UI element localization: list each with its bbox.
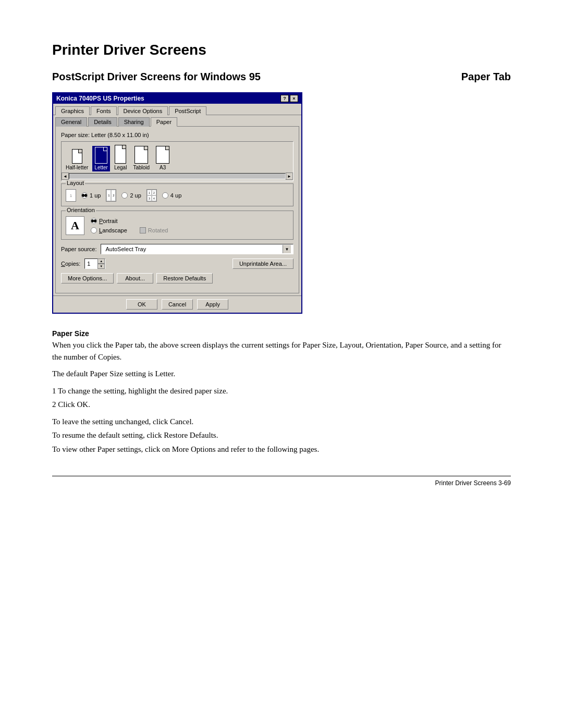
layout-1up-number: 1 <box>70 193 72 198</box>
copies-label: Copies: <box>61 261 80 267</box>
tab-graphics[interactable]: Graphics <box>55 106 90 115</box>
titlebar: Konica 7040PS US Properties ? × <box>53 93 301 104</box>
paper-item-tabloid[interactable]: Tabloid <box>131 145 152 171</box>
orientation-row: A Portrait <box>66 216 289 235</box>
paper-item-halfletter[interactable]: Half-letter <box>64 148 90 171</box>
layout-cell-4-3: 3 <box>147 195 152 201</box>
paper-a3-label: A3 <box>160 165 166 170</box>
paper-tabloid-label: Tabloid <box>133 165 150 170</box>
tabs-row1: Graphics Fonts Device Options PostScript <box>53 104 301 115</box>
radio-landscape[interactable] <box>91 227 97 233</box>
layout-1up-option[interactable]: 1 up <box>81 192 101 199</box>
tab-postscript[interactable]: PostScript <box>169 106 206 115</box>
paper-size-heading: Paper Size <box>52 328 511 339</box>
scrollbar-right-arrow[interactable]: ► <box>286 172 293 180</box>
titlebar-buttons: ? × <box>280 95 298 102</box>
paper-letter-label: Letter <box>94 165 108 170</box>
paper-source-row: Paper source: AutoSelect Tray ▼ <box>61 244 293 254</box>
paper-item-letter[interactable]: Letter <box>92 146 110 171</box>
portrait-option[interactable]: Portrait <box>91 218 168 224</box>
radio-portrait[interactable] <box>91 218 97 224</box>
copies-spinbox[interactable]: 1 ▲ ▼ <box>84 258 105 269</box>
titlebar-text: Konica 7040PS US Properties <box>56 95 144 102</box>
help-button[interactable]: ? <box>280 95 289 102</box>
rotated-checkbox[interactable] <box>140 227 146 233</box>
tabs-row2: General Details Sharing Paper <box>53 115 301 126</box>
scrollbar-track[interactable] <box>69 173 286 179</box>
tab-paper[interactable]: Paper <box>151 117 177 127</box>
spin-up-arrow[interactable]: ▲ <box>97 258 105 264</box>
paper-source-value: AutoSelect Tray <box>103 246 283 252</box>
paper-source-select[interactable]: AutoSelect Tray ▼ <box>101 244 293 254</box>
tab-details[interactable]: Details <box>88 117 117 127</box>
copies-row: Copies: 1 ▲ ▼ Unprintable Area... <box>61 258 293 269</box>
scrollbar-left-arrow[interactable]: ◄ <box>62 172 69 180</box>
dialog-wrapper: Konica 7040PS US Properties ? × Graphics… <box>52 92 511 314</box>
section-header-right: Paper Tab <box>461 71 511 83</box>
orientation-group-title: Orientation <box>66 207 96 213</box>
layout-cell-4-1: 1 <box>147 190 152 195</box>
body-para5: To view other Paper settings, click on M… <box>52 443 511 455</box>
layout-cell-2: 2 <box>111 190 116 201</box>
win95-dialog: Konica 7040PS US Properties ? × Graphics… <box>52 92 302 314</box>
layout-group: Layout 1 1 up 1 2 <box>61 183 293 206</box>
about-button[interactable]: About... <box>117 273 153 283</box>
paper-source-dropdown-arrow[interactable]: ▼ <box>283 245 291 253</box>
copies-rest: opies: <box>65 261 80 267</box>
section-header: PostScript Driver Screens for Windows 95… <box>52 71 511 83</box>
page-title: Printer Driver Screens <box>52 42 511 58</box>
rotated-option: Rotated <box>140 227 168 233</box>
scrollbar-row: ◄ ► <box>62 172 293 180</box>
unprintable-area-button[interactable]: Unprintable Area... <box>232 258 293 269</box>
tab-sharing[interactable]: Sharing <box>118 117 150 127</box>
more-options-button[interactable]: More Options... <box>61 273 114 283</box>
spin-down-arrow[interactable]: ▼ <box>97 264 105 269</box>
dialog-content: Paper size: Letter (8.50 x 11.00 in) Hal… <box>55 126 299 293</box>
layout-cell-1: 1 <box>106 190 111 201</box>
dialog-bottom-buttons: OK Cancel Apply <box>53 295 301 313</box>
body-para3: To leave the setting unchanged, click Ca… <box>52 416 511 428</box>
bottom-options-row: More Options... About... Restore Default… <box>61 273 293 283</box>
layout-1up-label: 1 up <box>90 192 101 199</box>
paper-halfletter-label: Half-letter <box>66 165 88 170</box>
layout-group-title: Layout <box>66 180 85 186</box>
layout-options-row: 1 1 up 1 2 2 up <box>66 189 289 202</box>
body-para4: To resume the default setting, click Res… <box>52 429 511 441</box>
close-button[interactable]: × <box>290 95 298 102</box>
body-para1: When you click the Paper tab, the above … <box>52 339 511 363</box>
layout-cell-4-2: 2 <box>152 190 156 195</box>
body-step1: 1 To change the setting, highlight the d… <box>52 385 511 397</box>
layout-2up-label: 2 up <box>130 192 141 199</box>
footer: Printer Driver Screens 3-69 <box>52 476 511 487</box>
restore-defaults-button[interactable]: Restore Defaults <box>156 273 213 283</box>
ok-button[interactable]: OK <box>126 299 157 310</box>
tab-general[interactable]: General <box>55 117 87 127</box>
landscape-label: Landscape <box>99 227 127 233</box>
doc-body: Paper Size When you click the Paper tab,… <box>52 328 511 455</box>
layout-1up-icon: 1 <box>66 189 76 202</box>
tab-device-options[interactable]: Device Options <box>118 106 168 115</box>
layout-2up-option[interactable]: 2 up <box>121 192 141 199</box>
tab-fonts[interactable]: Fonts <box>91 106 117 115</box>
paper-size-label: Paper size: Letter (8.50 x 11.00 in) <box>61 132 293 138</box>
paper-item-a3[interactable]: A3 <box>154 145 172 171</box>
radio-1up[interactable] <box>81 192 88 199</box>
radio-4up[interactable] <box>162 192 168 199</box>
portrait-rest: ortrait <box>103 218 117 224</box>
paper-items-row: Half-letter Letter Legal T <box>62 142 293 172</box>
layout-4up-option[interactable]: 4 up <box>162 192 181 199</box>
layout-4up-label: 4 up <box>170 192 181 199</box>
orientation-group: Orientation A Portrait <box>61 211 293 240</box>
copies-underline-c: C <box>61 261 65 267</box>
paper-legal-label: Legal <box>114 165 127 170</box>
spin-arrows: ▲ ▼ <box>97 258 105 269</box>
body-para2: The default Paper Size setting is Letter… <box>52 368 511 380</box>
orientation-a-icon: A <box>66 216 84 235</box>
cancel-button[interactable]: Cancel <box>162 299 193 310</box>
paper-item-legal[interactable]: Legal <box>112 144 129 171</box>
landscape-row: Landscape Rotated <box>91 227 168 233</box>
apply-button[interactable]: Apply <box>197 299 228 310</box>
radio-2up[interactable] <box>121 192 128 199</box>
rotated-label: Rotated <box>148 227 168 233</box>
landscape-option[interactable]: Landscape <box>91 227 127 233</box>
